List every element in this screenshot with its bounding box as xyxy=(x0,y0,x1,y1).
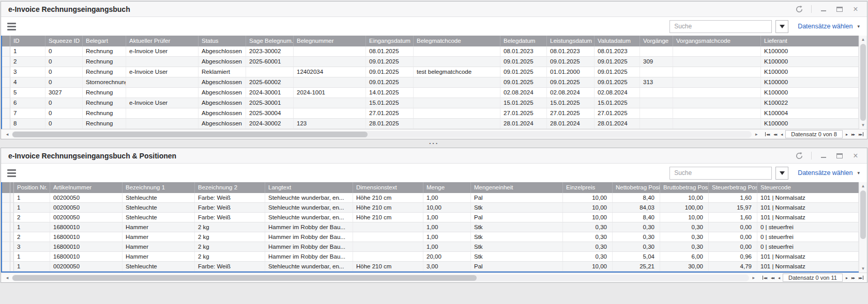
cell[interactable] xyxy=(673,98,761,108)
cell[interactable]: 1,60 xyxy=(709,213,757,222)
cell[interactable]: 12402034 xyxy=(294,67,366,77)
cell[interactable]: 10,00 xyxy=(423,203,471,212)
cell[interactable]: Stehleuchte wunderbar, en... xyxy=(265,213,353,222)
cell[interactable]: 15.01.2025 xyxy=(547,98,595,108)
column-header[interactable]: Artikelnummer xyxy=(50,182,123,193)
cell[interactable]: Reklamiert xyxy=(199,67,246,77)
menu-icon[interactable] xyxy=(6,168,17,178)
filter-dropdown-button[interactable] xyxy=(775,167,788,180)
cell[interactable]: 4 xyxy=(10,77,45,87)
cell[interactable]: 0 xyxy=(45,98,83,108)
row-indicator[interactable] xyxy=(2,242,10,251)
table-row[interactable]: 10Rechnunge-Invoice UserAbgeschlossen202… xyxy=(2,46,859,57)
cell[interactable]: 08.01.2025 xyxy=(366,46,414,56)
column-header[interactable]: Belegdatum xyxy=(500,36,547,46)
cell[interactable] xyxy=(294,46,366,56)
column-header[interactable]: Langtext xyxy=(265,182,353,193)
cell[interactable]: 25,21 xyxy=(613,262,660,271)
row-indicator[interactable] xyxy=(2,88,10,98)
cell[interactable]: K100022 xyxy=(761,98,859,108)
column-header[interactable]: Einzelpreis xyxy=(563,182,613,193)
cell[interactable]: 10,00 xyxy=(563,262,613,271)
hscroll-track[interactable] xyxy=(12,275,749,281)
cell[interactable]: 0,30 xyxy=(613,242,660,251)
cell[interactable]: 0,30 xyxy=(563,222,613,232)
cell[interactable]: 09.01.2025 xyxy=(500,57,547,67)
cell[interactable]: Abgeschlossen xyxy=(199,88,246,98)
cell[interactable] xyxy=(414,98,500,108)
cell[interactable]: 2 kg xyxy=(195,222,265,232)
cell[interactable] xyxy=(294,98,366,108)
cell[interactable] xyxy=(673,88,761,98)
cell[interactable]: Hammer xyxy=(123,242,195,251)
cell[interactable] xyxy=(353,222,423,232)
cell[interactable]: K100000 xyxy=(761,119,859,129)
scroll-right-icon[interactable]: ▸ xyxy=(750,275,757,280)
cell[interactable]: 2 xyxy=(10,57,45,67)
cell[interactable]: 15,97 xyxy=(709,203,757,212)
row-indicator[interactable] xyxy=(2,213,10,222)
pager-prev-button[interactable]: ◂ xyxy=(780,132,783,137)
cell[interactable]: 09.01.2025 xyxy=(547,77,595,87)
table-row[interactable]: 100200050StehleuchteFarbe: WeißStehleuch… xyxy=(2,193,859,203)
row-indicator[interactable] xyxy=(2,193,10,202)
column-header[interactable]: Belegart xyxy=(83,36,126,46)
table-row[interactable]: 100200050StehleuchteFarbe: WeißStehleuch… xyxy=(2,262,859,271)
row-indicator-header[interactable] xyxy=(2,182,10,193)
cell[interactable]: K100000 xyxy=(761,67,859,77)
cell[interactable]: 1,60 xyxy=(709,193,757,202)
cell[interactable]: 5 xyxy=(10,88,45,98)
cell[interactable]: 0,30 xyxy=(563,242,613,251)
scroll-left-icon[interactable]: ◂ xyxy=(4,275,11,280)
cell[interactable]: Abgeschlossen xyxy=(199,119,246,129)
cell[interactable]: Hammer xyxy=(123,222,195,232)
cell[interactable]: 27.01.2025 xyxy=(595,108,640,118)
cell[interactable]: 0 | steuerfrei xyxy=(757,242,859,251)
cell[interactable] xyxy=(294,108,366,118)
cell[interactable]: 09.01.2025 xyxy=(547,57,595,67)
cell[interactable]: 09.01.2025 xyxy=(366,77,414,87)
cell[interactable]: 2 kg xyxy=(195,232,265,242)
cell[interactable] xyxy=(640,119,673,129)
cell[interactable] xyxy=(294,57,366,67)
cell[interactable]: Stk xyxy=(471,242,563,251)
row-indicator[interactable] xyxy=(10,252,14,261)
pager-fast-forward-button[interactable]: ▸▸ xyxy=(850,132,856,137)
cell[interactable]: Rechnung xyxy=(83,67,126,77)
column-header[interactable]: Vorgangsmatchcode xyxy=(673,36,761,46)
pager-last-button[interactable]: ▸▸ xyxy=(858,276,864,280)
cell[interactable]: 0,30 xyxy=(563,232,613,242)
cell[interactable] xyxy=(294,77,366,87)
cell[interactable]: Hammer im Robby der Bau... xyxy=(265,242,353,251)
column-header[interactable]: Belegmatchcode xyxy=(414,36,500,46)
hscroll-thumb[interactable] xyxy=(12,132,368,137)
pager-fast-back-button[interactable]: ◂◂ xyxy=(770,276,775,280)
row-indicator[interactable] xyxy=(2,108,10,118)
cell[interactable]: Pal xyxy=(471,193,563,202)
cell[interactable]: 1,00 xyxy=(423,242,471,251)
table-row[interactable]: 116800010Hammer2 kgHammer im Robby der B… xyxy=(2,252,859,262)
pager-prev-button[interactable]: ◂ xyxy=(777,276,781,280)
pager-fast-back-button[interactable]: ◂◂ xyxy=(772,132,778,137)
cell[interactable]: 09.01.2025 xyxy=(500,77,547,87)
cell[interactable]: 101 | Normalsatz xyxy=(757,262,859,271)
row-indicator[interactable] xyxy=(10,222,14,232)
column-header[interactable]: Lieferant xyxy=(761,36,859,46)
cell[interactable]: 30,00 xyxy=(660,262,709,271)
cell[interactable]: 2 xyxy=(14,232,50,242)
scroll-right-icon[interactable]: ▸ xyxy=(753,132,760,137)
cell[interactable]: 0 xyxy=(45,77,83,87)
cell[interactable] xyxy=(640,46,673,56)
cell[interactable]: e-Invoice User xyxy=(126,46,199,56)
cell[interactable]: 0,30 xyxy=(613,222,660,232)
cell[interactable]: 16800010 xyxy=(50,252,123,261)
cell[interactable] xyxy=(353,242,423,251)
cell[interactable]: 8,40 xyxy=(613,193,660,202)
row-indicator[interactable] xyxy=(10,213,14,222)
column-header[interactable]: Squeeze ID xyxy=(45,36,83,46)
cell[interactable]: 8,40 xyxy=(613,213,660,222)
table-row[interactable]: 20RechnungAbgeschlossen2025-6000109.01.2… xyxy=(2,57,859,67)
cell[interactable]: 08.01.2023 xyxy=(547,46,595,56)
maximize-icon[interactable] xyxy=(835,152,844,160)
cell[interactable]: 1 xyxy=(10,46,45,56)
